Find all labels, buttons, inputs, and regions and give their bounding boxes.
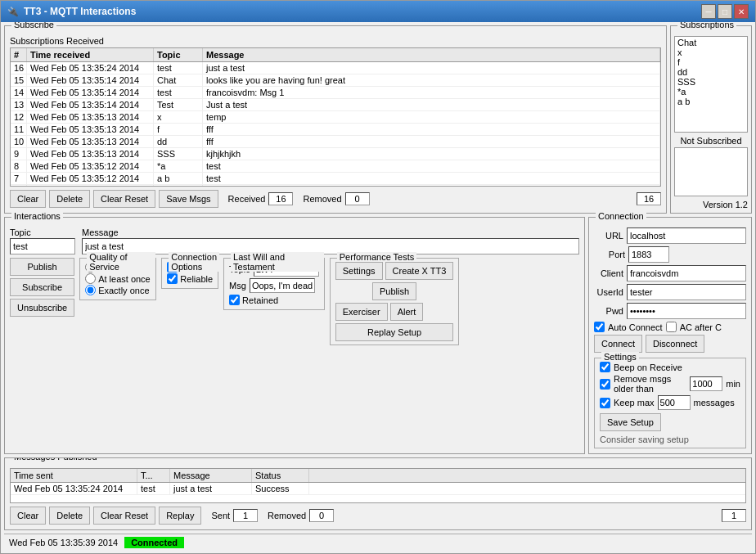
table-row[interactable]: 13 Wed Feb 05 13:35:14 2014 Test Just a … <box>11 99 660 111</box>
subscribe-label: Subscribe <box>11 22 56 29</box>
table-row[interactable]: 11 Wed Feb 05 13:35:13 2014 f fff <box>11 124 660 136</box>
port-input[interactable] <box>628 246 669 263</box>
pub-clear-reset-button[interactable]: Clear Reset <box>93 507 155 525</box>
subscription-list-item[interactable]: *a <box>676 87 746 97</box>
close-button[interactable]: ✕ <box>734 4 749 19</box>
beep-checkbox[interactable] <box>600 362 610 372</box>
pub-removed-label: Removed <box>268 511 306 520</box>
status-connected: Connected <box>124 537 184 548</box>
replay-setup-button[interactable]: Replay Setup <box>335 323 454 341</box>
remove-value-input[interactable] <box>690 376 722 391</box>
pub-clear-button[interactable]: Clear <box>10 507 46 525</box>
row-num: 11 <box>11 124 27 135</box>
row-msg: test <box>203 160 660 172</box>
pub-btn-row: Clear Delete Clear Reset Replay Sent 1 R… <box>10 507 746 525</box>
client-label: Client <box>594 268 623 278</box>
subscription-list-item[interactable]: x <box>676 47 746 57</box>
row-time: Wed Feb 05 13:35:14 2014 <box>27 87 154 98</box>
lwt-msg-input[interactable] <box>250 278 315 293</box>
pub-row-topic: test <box>137 483 170 494</box>
row-msg: Just a test <box>203 99 660 110</box>
client-input[interactable] <box>627 265 746 282</box>
subscription-list-item[interactable]: Chat <box>676 38 746 47</box>
pwd-label: Pwd <box>594 306 623 316</box>
reliable-label: Reliable <box>180 274 213 284</box>
subscription-list-item[interactable]: f <box>676 57 746 67</box>
maximize-button[interactable]: □ <box>718 4 732 19</box>
remove-label: Remove msgs older than <box>614 374 686 394</box>
table-row[interactable]: 16 Wed Feb 05 13:35:24 2014 test just a … <box>11 62 660 74</box>
retained-checkbox[interactable] <box>229 295 240 305</box>
table-row[interactable]: 10 Wed Feb 05 13:35:13 2014 dd fff <box>11 136 660 148</box>
qos-radio-1[interactable] <box>85 273 96 284</box>
table-row[interactable]: 12 Wed Feb 05 13:35:13 2014 x temp <box>11 111 660 124</box>
publish-button[interactable]: Publish <box>10 258 74 276</box>
pub-delete-button[interactable]: Delete <box>49 507 90 525</box>
pub-col-time: Time sent <box>11 469 137 482</box>
row-topic: dd <box>154 136 203 147</box>
row-topic: SSS <box>154 148 203 160</box>
row-msg: just a test <box>203 62 660 74</box>
ac-after-c-checkbox[interactable] <box>666 322 677 332</box>
table-row[interactable]: 7 Wed Feb 05 13:35:12 2014 a b test <box>11 173 660 185</box>
alert-button[interactable]: Alert <box>390 303 424 321</box>
create-tt3-button[interactable]: Create X TT3 <box>385 262 454 280</box>
subscriptions-received-label: Subscriptions Received <box>10 36 661 46</box>
row-msg: test <box>203 173 660 184</box>
reliable-checkbox[interactable] <box>167 273 178 284</box>
table-row[interactable]: 8 Wed Feb 05 13:35:12 2014 *a test <box>11 160 660 173</box>
qos-radio-2[interactable] <box>85 285 96 295</box>
subscribe-button[interactable]: Subscribe <box>10 278 74 296</box>
unsubscribe-button[interactable]: Unsubscribe <box>10 299 74 317</box>
subscriptions-list[interactable]: ChatxfddSSS*aa b <box>674 36 748 133</box>
subscriptions-table: # Time received Topic Message 16 Wed Feb… <box>10 47 661 187</box>
table-row[interactable]: 6 Wed Feb 05 13:35:12 2014 75Dennis 2014… <box>11 185 660 186</box>
sub-clear-reset-button[interactable]: Clear Reset <box>93 190 155 208</box>
port-row: Port <box>594 246 746 263</box>
table-row[interactable]: 9 Wed Feb 05 13:35:13 2014 SSS kjhjkhjkh <box>11 148 660 160</box>
table-row[interactable]: 14 Wed Feb 05 13:35:14 2014 test francoi… <box>11 87 660 99</box>
lwt-group: Last Will and Testament Topic Msg Retain… <box>223 258 325 310</box>
message-input[interactable] <box>82 238 579 254</box>
subscription-list-item[interactable]: a b <box>676 97 746 106</box>
topic-input[interactable] <box>10 238 75 254</box>
userid-input[interactable] <box>627 284 746 300</box>
qos-label-2: Exactly once <box>98 286 149 295</box>
remove-checkbox[interactable] <box>600 379 610 390</box>
perf-publish-button[interactable]: Publish <box>372 282 416 300</box>
pub-table-row[interactable]: Wed Feb 05 13:35:24 2014 test just a tes… <box>11 483 745 495</box>
count-right: 16 <box>637 192 661 205</box>
remove-unit: min <box>726 379 740 389</box>
sub-save-msgs-button[interactable]: Save Msgs <box>159 190 218 208</box>
pub-replay-button[interactable]: Replay <box>159 507 201 525</box>
qos-at-least: At least once <box>85 273 151 284</box>
exerciser-alert-row: Exerciser Alert <box>335 303 454 321</box>
settings-button[interactable]: Settings <box>335 262 383 280</box>
auto-connect-label: Auto Connect <box>608 322 663 332</box>
pwd-input[interactable] <box>627 303 746 319</box>
pub-col-topic: T... <box>137 469 170 482</box>
disconnect-button[interactable]: Disconnect <box>646 335 704 353</box>
row-msg: kjhjkhjkh <box>203 148 660 160</box>
row-topic: test <box>154 62 203 74</box>
pub-col-status: Status <box>252 469 309 482</box>
minimize-button[interactable]: ─ <box>701 4 716 19</box>
status-bar: Wed Feb 05 13:35:39 2014 Connected <box>4 534 752 550</box>
keep-value-input[interactable] <box>658 395 691 410</box>
subscription-list-item[interactable]: SSS <box>676 77 746 87</box>
subscription-list-item[interactable]: dd <box>676 67 746 77</box>
userid-row: UserId <box>594 284 746 300</box>
url-input[interactable] <box>627 227 746 244</box>
table-row[interactable]: 15 Wed Feb 05 13:35:14 2014 Chat looks l… <box>11 74 660 87</box>
table-header-row: # Time received Topic Message <box>11 48 660 62</box>
exerciser-button[interactable]: Exerciser <box>335 303 388 321</box>
title-left: 🔌 TT3 - MQTT Interactions <box>7 6 136 17</box>
connect-button[interactable]: Connect <box>594 335 642 353</box>
sub-delete-button[interactable]: Delete <box>49 190 90 208</box>
sub-clear-button[interactable]: Clear <box>10 190 46 208</box>
interactions-group: Interactions Topic Message Publish <box>4 217 585 454</box>
row-msg: francoisvdm: Msg 1 <box>203 87 660 98</box>
keep-checkbox[interactable] <box>600 398 610 408</box>
auto-connect-checkbox[interactable] <box>594 322 605 332</box>
save-setup-button[interactable]: Save Setup <box>600 413 661 431</box>
